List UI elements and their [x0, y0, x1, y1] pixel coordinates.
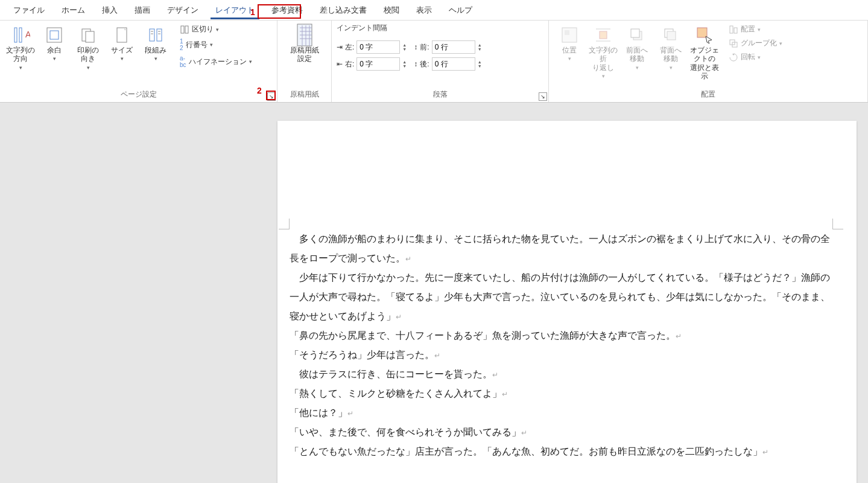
paragraph[interactable]: 「鼻の先から尻尾まで、十八フィートあるぞ」魚を測っていた漁師が大きな声で言った。… — [290, 326, 832, 345]
spinner-icon[interactable]: ▲▼ — [402, 60, 407, 68]
rotate-button: 回転 ▾ — [726, 51, 785, 63]
selection-pane-icon — [695, 25, 714, 45]
paragraph[interactable]: 「いや、また後で、何を食べられそうか聞いてみる」↵ — [290, 423, 832, 442]
paragraph-mark-icon: ↵ — [676, 332, 682, 341]
svg-rect-6 — [86, 31, 94, 42]
group-manuscript: 原稿用紙 設定 原稿用紙 — [277, 21, 332, 102]
spacing-after-field[interactable]: ↕ 後: ▲▼ — [414, 57, 481, 71]
line-numbers-label: 行番号 — [186, 40, 207, 50]
tab-insert[interactable]: 挿入 — [93, 1, 126, 19]
paragraph[interactable]: 少年は下りて行かなかった。先に一度来ていたし、船の片付けは漁師の一人がしてくれて… — [290, 268, 832, 326]
orientation-button[interactable]: 印刷の 向き ▾ — [72, 23, 104, 73]
spacing-before-icon: ↕ — [414, 43, 417, 51]
chevron-down-icon: ▾ — [568, 56, 571, 62]
hyphenation-icon: a-bc — [180, 55, 186, 68]
tab-mailings[interactable]: 差し込み文書 — [311, 1, 375, 19]
tab-home[interactable]: ホーム — [53, 1, 93, 19]
text-direction-button[interactable]: A 文字列の 方向 ▾ — [5, 23, 36, 73]
paragraph-mark-icon: ↵ — [762, 448, 768, 456]
bring-forward-icon — [627, 25, 647, 45]
paragraph-mark-icon: ↵ — [502, 390, 508, 398]
spinner-icon[interactable]: ▲▼ — [478, 43, 482, 51]
svg-rect-9 — [157, 29, 162, 41]
breaks-button[interactable]: 区切り ▾ — [177, 23, 255, 36]
line-numbers-button[interactable]: 12 行番号 ▾ — [177, 37, 255, 53]
indent-right-field[interactable]: ⇤ 右: ▲▼ — [337, 57, 407, 71]
indent-right-input[interactable] — [356, 57, 400, 71]
chevron-down-icon: ▾ — [758, 27, 761, 33]
group-label: グループ化 — [741, 38, 777, 48]
align-label: 配置 — [741, 24, 755, 34]
paragraph[interactable]: 「とんでもない魚だったな」店主が言った。「あんな魚、初めてだ。お前も昨日立派なの… — [290, 442, 832, 461]
bring-forward-label: 前面へ 移動 — [626, 46, 648, 63]
selection-pane-label: オブジェクトの 選択と表示 — [690, 46, 719, 81]
selection-pane-button[interactable]: オブジェクトの 選択と表示 — [689, 23, 720, 83]
margins-icon — [45, 25, 64, 45]
spinner-icon[interactable]: ▲▼ — [402, 43, 407, 51]
paragraph[interactable]: 「そうだろうね」少年は言った。↵ — [290, 345, 832, 365]
document-page[interactable]: 多くの漁師が船のまわりに集まり、そこに括られた物を見ていた。一人はズボンの裾をま… — [277, 121, 857, 483]
tab-review[interactable]: 校閲 — [375, 1, 408, 19]
tab-view[interactable]: 表示 — [408, 1, 440, 19]
tab-draw[interactable]: 描画 — [126, 1, 159, 19]
callout-2: 2 — [257, 86, 262, 95]
paragraph[interactable]: 多くの漁師が船のまわりに集まり、そこに括られた物を見ていた。一人はズボンの裾をま… — [290, 229, 832, 268]
position-button: 位置 ▾ — [554, 23, 585, 64]
position-icon — [560, 25, 579, 45]
chevron-down-icon: ▾ — [121, 56, 124, 62]
paragraph[interactable]: 「他には？」↵ — [290, 403, 832, 423]
columns-label: 段組み — [145, 46, 166, 54]
spacing-before-label: 前: — [420, 42, 429, 53]
chevron-down-icon: ▾ — [154, 56, 157, 62]
group-icon — [729, 39, 738, 48]
size-button[interactable]: サイズ ▾ — [106, 23, 138, 64]
page-setup-launcher[interactable]: ↘ — [267, 92, 276, 101]
rotate-label: 回転 — [741, 52, 755, 62]
columns-button[interactable]: 段組み ▾ — [140, 23, 171, 64]
hyphenation-label: ハイフネーション — [189, 57, 247, 67]
svg-rect-1 — [19, 28, 22, 42]
spacing-before-input[interactable] — [432, 40, 475, 54]
spacing-after-input[interactable] — [432, 57, 475, 71]
svg-rect-26 — [600, 31, 607, 39]
position-label: 位置 — [562, 46, 577, 54]
indent-heading: インデント — [337, 23, 373, 33]
paragraph-launcher[interactable]: ↘ — [539, 92, 547, 101]
group-paragraph: インデント 間隔 ⇥ 左: ▲▼ ⇤ 右: ▲▼ — [332, 21, 549, 102]
menu-bar: ファイル ホーム 挿入 描画 デザイン レイアウト 参考資料 差し込み文書 校閲… — [0, 0, 868, 21]
paragraph[interactable]: 彼はテラスに行き、缶にコーヒーを貰った。↵ — [290, 365, 832, 384]
paragraph[interactable]: 「熱くして、ミルクと砂糖をたくさん入れてよ」↵ — [290, 384, 832, 403]
hyphenation-button[interactable]: a-bc ハイフネーション ▾ — [177, 54, 255, 69]
ribbon: A 文字列の 方向 ▾ 余白 ▾ 印刷の 向き ▾ サイズ ▾ 段組み — [0, 21, 868, 103]
group-page-setup: A 文字列の 方向 ▾ 余白 ▾ 印刷の 向き ▾ サイズ ▾ 段組み — [0, 21, 277, 102]
spacing-before-field[interactable]: ↕ 前: ▲▼ — [414, 40, 481, 54]
svg-text:A: A — [25, 30, 30, 39]
wrap-text-label: 文字列の折 り返し — [589, 46, 618, 72]
manuscript-label: 原稿用紙 設定 — [290, 46, 319, 63]
group-manuscript-label: 原稿用紙 — [282, 88, 326, 102]
svg-rect-0 — [14, 28, 17, 42]
spinner-icon[interactable]: ▲▼ — [478, 60, 482, 68]
margins-button[interactable]: 余白 ▾ — [39, 23, 70, 64]
callout-1: 1 — [250, 7, 255, 17]
paragraph-mark-icon: ↵ — [347, 409, 353, 418]
tab-design[interactable]: デザイン — [159, 1, 207, 19]
svg-rect-3 — [47, 28, 62, 42]
group-button: グループ化 ▾ — [726, 37, 785, 50]
size-label: サイズ — [111, 46, 133, 54]
indent-left-field[interactable]: ⇥ 左: ▲▼ — [337, 40, 407, 54]
manuscript-button[interactable]: 原稿用紙 設定 — [289, 23, 320, 66]
svg-rect-32 — [667, 31, 676, 40]
indent-left-input[interactable] — [356, 40, 400, 54]
spacing-heading: 間隔 — [373, 23, 387, 33]
tab-help[interactable]: ヘルプ — [440, 1, 481, 19]
tab-file[interactable]: ファイル — [5, 1, 53, 19]
text-direction-icon: A — [11, 25, 30, 45]
tab-references[interactable]: 参考資料 — [263, 1, 311, 19]
svg-rect-34 — [730, 26, 733, 33]
spacing-after-label: 後: — [420, 59, 429, 69]
chevron-down-icon: ▾ — [779, 40, 782, 46]
chevron-down-icon: ▾ — [87, 65, 90, 71]
svg-rect-15 — [185, 26, 188, 33]
columns-icon — [146, 25, 165, 45]
